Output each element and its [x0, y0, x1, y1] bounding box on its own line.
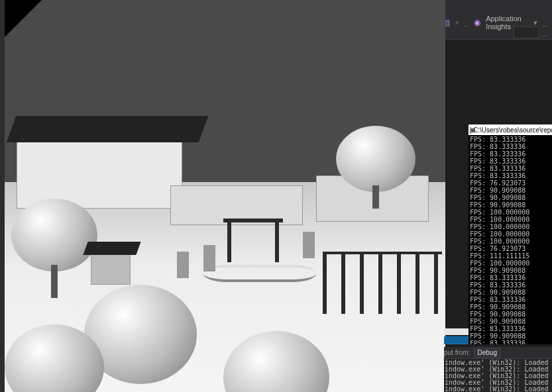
- top-toolbar: ▤ ▾ _ ◉ Application Insights ▾ _ _: [443, 0, 552, 40]
- scene-lantern: [303, 232, 315, 258]
- output-from-label: put from:: [444, 349, 470, 356]
- insights-icon[interactable]: ◉: [474, 18, 480, 27]
- toolbar-underscore: _: [465, 19, 469, 26]
- output-panel-body[interactable]: indow.exe' (Win32): Loaded 'C:\Wind indo…: [444, 359, 552, 392]
- console-app-icon: [470, 127, 471, 134]
- viewport-corner-overlay: [5, 0, 42, 37]
- dropdown-caret-icon[interactable]: ▾: [533, 19, 537, 27]
- output-source-selector[interactable]: Debug: [474, 348, 500, 358]
- scene-main-building: [17, 136, 182, 209]
- output-panel-header: put from: Debug: [444, 347, 552, 359]
- scene-lantern: [177, 252, 189, 278]
- scene-tree-trunk: [51, 265, 58, 298]
- scene-tree: [11, 199, 97, 271]
- scene-torii-gate: [223, 219, 283, 222]
- hscroll-track[interactable]: [444, 328, 469, 335]
- render-viewport[interactable]: [5, 0, 445, 392]
- scene-bridge: [203, 265, 316, 282]
- scene-small-shrine: [91, 252, 131, 285]
- scene-main-roof: [7, 116, 209, 142]
- toolbar-combo[interactable]: [514, 26, 539, 38]
- toolbar-underscore-2: _: [543, 19, 547, 26]
- hscroll-thumb[interactable]: [444, 336, 469, 344]
- scene-small-roof: [83, 242, 140, 255]
- output-source-value: Debug: [477, 349, 496, 356]
- scene-lantern: [203, 245, 215, 271]
- scene-tree-trunk: [372, 185, 379, 209]
- fps-console-window[interactable]: C:\Users\robea\source\repos\ FPS: 83.333…: [469, 124, 552, 344]
- fps-console-titlebar[interactable]: C:\Users\robea\source\repos\: [469, 124, 552, 135]
- fps-console-title: C:\Users\robea\source\repos\: [473, 126, 552, 134]
- toolbar-underscore-3: _: [543, 28, 547, 36]
- toolbar-separator: ▾: [455, 19, 459, 27]
- fps-console-body: FPS: 83.333336 FPS: 83.333336 FPS: 83.33…: [469, 135, 552, 344]
- scene-tree: [336, 126, 415, 192]
- output-panel: put from: Debug indow.exe' (Win32): Load…: [444, 347, 552, 392]
- scene-pergola: [323, 252, 442, 254]
